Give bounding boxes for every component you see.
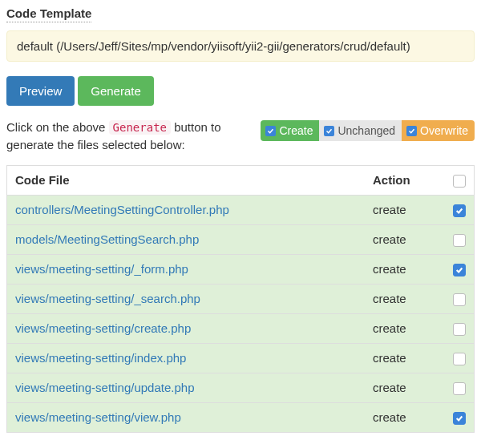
filter-unchanged-button[interactable]: Unchanged (319, 120, 402, 141)
table-row: views/meeting-setting/_form.phpcreate (7, 254, 475, 284)
row-checkbox[interactable] (453, 204, 466, 217)
filter-create-button[interactable]: Create (261, 120, 319, 141)
file-link[interactable]: models/MeetingSettingSearch.php (15, 232, 199, 246)
filter-create-label: Create (279, 124, 313, 137)
action-cell: create (365, 402, 445, 432)
col-header-select (445, 165, 475, 195)
row-checkbox[interactable] (453, 323, 466, 336)
action-cell: create (365, 224, 445, 254)
table-row: views/meeting-setting/index.phpcreate (7, 343, 475, 373)
table-row: views/meeting-setting/_search.phpcreate (7, 284, 475, 313)
generate-code-pill: Generate (109, 120, 171, 135)
preview-button[interactable]: Preview (6, 76, 75, 106)
row-checkbox[interactable] (453, 234, 466, 247)
file-link[interactable]: views/meeting-setting/create.php (15, 321, 191, 335)
row-checkbox[interactable] (453, 264, 466, 276)
help-prefix: Click on the above (6, 120, 109, 134)
file-link[interactable]: views/meeting-setting/_form.php (15, 262, 188, 276)
row-checkbox[interactable] (453, 412, 466, 425)
col-header-action: Action (365, 165, 445, 195)
file-link[interactable]: views/meeting-setting/_search.php (15, 292, 200, 305)
checkbox-icon (324, 126, 334, 136)
checkbox-icon (406, 126, 417, 136)
action-cell: create (365, 284, 445, 313)
row-checkbox[interactable] (453, 382, 466, 395)
action-cell: create (365, 254, 445, 284)
file-link[interactable]: views/meeting-setting/update.php (15, 381, 194, 394)
code-files-table: Code File Action controllers/MeetingSett… (6, 165, 475, 433)
help-text: Click on the above Generate button to ge… (6, 119, 254, 154)
action-cell: create (365, 195, 445, 224)
code-template-value: default (/Users/Jeff/Sites/mp/vendor/yii… (6, 30, 475, 62)
action-cell: create (365, 373, 445, 402)
generate-button[interactable]: Generate (78, 76, 154, 106)
file-link[interactable]: views/meeting-setting/index.php (15, 351, 186, 365)
table-row: controllers/MeetingSettingController.php… (7, 195, 475, 224)
file-link[interactable]: views/meeting-setting/view.php (15, 410, 181, 424)
file-link[interactable]: controllers/MeetingSettingController.php (15, 203, 229, 216)
filter-group: Create Unchanged Overwrite (261, 120, 475, 141)
table-row: views/meeting-setting/update.phpcreate (7, 373, 475, 402)
col-header-file: Code File (7, 165, 366, 195)
table-row: views/meeting-setting/view.phpcreate (7, 402, 475, 432)
select-all-checkbox[interactable] (453, 175, 466, 188)
action-cell: create (365, 313, 445, 343)
table-row: models/MeetingSettingSearch.phpcreate (7, 224, 475, 254)
code-template-label: Code Template (6, 6, 91, 22)
table-row: views/meeting-setting/create.phpcreate (7, 313, 475, 343)
filter-overwrite-label: Overwrite (420, 124, 468, 137)
row-checkbox[interactable] (453, 353, 466, 365)
filter-unchanged-label: Unchanged (338, 124, 395, 137)
row-checkbox[interactable] (453, 293, 466, 306)
checkbox-icon (265, 126, 276, 136)
filter-overwrite-button[interactable]: Overwrite (402, 120, 475, 141)
action-cell: create (365, 343, 445, 373)
